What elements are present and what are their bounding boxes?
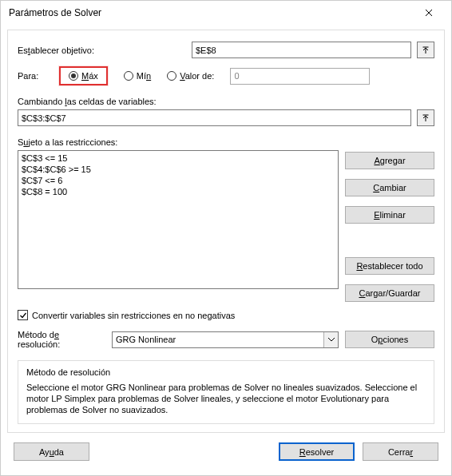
variables-input[interactable] xyxy=(18,109,411,126)
variables-row xyxy=(18,109,434,126)
add-button[interactable]: Agregar xyxy=(345,152,434,169)
svg-rect-0 xyxy=(423,46,429,47)
chevron-down-icon xyxy=(323,332,338,347)
objective-row: Establecer objetivo: xyxy=(18,42,434,58)
method-select[interactable]: GRG Nonlinear xyxy=(112,331,339,348)
constraints-label: Sujeto a las restricciones: xyxy=(18,137,434,147)
method-label: Método deresolución: xyxy=(18,330,105,349)
method-description-frame: Método de resolución Seleccione el motor… xyxy=(18,360,434,424)
help-button[interactable]: Ayuda xyxy=(14,442,89,461)
target-valueof-label: Valor de: xyxy=(180,71,214,81)
target-max-option[interactable]: Máx xyxy=(59,66,108,85)
constraints-area: $C$3 <= 15 $C$4:$C$6 >= 15 $C$7 <= 6 $C$… xyxy=(18,150,434,302)
solver-dialog: Parámetros de Solver Establecer objetivo… xyxy=(0,0,452,476)
target-value-input[interactable] xyxy=(230,68,370,85)
close-button[interactable]: Cerrar xyxy=(363,442,438,461)
list-item[interactable]: $C$4:$C$6 >= 15 xyxy=(22,164,335,175)
constraints-buttons: Agregar Cambiar Eliminar Restablecer tod… xyxy=(345,150,434,302)
reset-button[interactable]: Restablecer todo xyxy=(345,257,434,275)
radio-icon xyxy=(124,71,133,81)
bottom-buttons: Ayuda Resolver Cerrar xyxy=(7,433,445,469)
delete-button[interactable]: Eliminar xyxy=(345,206,434,224)
nonneg-checkbox-row[interactable]: Convertir variables sin restricciones en… xyxy=(18,310,434,320)
method-description-title: Método de resolución xyxy=(26,367,426,377)
svg-rect-1 xyxy=(423,114,429,115)
variables-label: Cambiando las celdas de variables: xyxy=(18,97,434,106)
dialog-title: Parámetros de Solver xyxy=(9,7,101,18)
list-item[interactable]: $C$8 = 100 xyxy=(22,186,335,197)
list-item[interactable]: $C$3 <= 15 xyxy=(22,153,335,164)
nonneg-label: Convertir variables sin restricciones en… xyxy=(32,311,235,320)
load-save-button[interactable]: Cargar/Guardar xyxy=(345,284,434,302)
target-valueof-option[interactable]: Valor de: xyxy=(167,71,214,81)
params-frame: Establecer objetivo: Para: Máx Mín xyxy=(7,30,445,433)
constraints-listbox[interactable]: $C$3 <= 15 $C$4:$C$6 >= 15 $C$7 <= 6 $C$… xyxy=(18,150,339,289)
target-for-label: Para: xyxy=(18,71,43,81)
radio-icon xyxy=(167,71,176,81)
checkbox-icon xyxy=(18,310,28,320)
radio-icon xyxy=(69,71,78,81)
objective-input[interactable] xyxy=(192,42,411,58)
target-max-label: Máx xyxy=(81,71,98,81)
target-row: Para: Máx Mín Valor de: xyxy=(18,66,434,85)
method-selected: GRG Nonlinear xyxy=(113,335,323,344)
method-row: Método deresolución: GRG Nonlinear Opcio… xyxy=(18,330,434,349)
change-button[interactable]: Cambiar xyxy=(345,179,434,196)
titlebar: Parámetros de Solver xyxy=(1,1,451,25)
target-min-label: Mín xyxy=(137,71,151,81)
method-description-text: Seleccione el motor GRG Nonlinear para p… xyxy=(26,382,426,415)
objective-label: Establecer objetivo: xyxy=(18,46,185,55)
dialog-body: Establecer objetivo: Para: Máx Mín xyxy=(1,25,451,475)
target-min-option[interactable]: Mín xyxy=(124,71,151,81)
close-icon[interactable] xyxy=(413,2,445,24)
options-button[interactable]: Opciones xyxy=(345,331,434,348)
objective-ref-icon[interactable] xyxy=(417,42,434,58)
variables-ref-icon[interactable] xyxy=(417,109,434,126)
list-item[interactable]: $C$7 <= 6 xyxy=(22,175,335,186)
solve-button[interactable]: Resolver xyxy=(279,442,355,461)
